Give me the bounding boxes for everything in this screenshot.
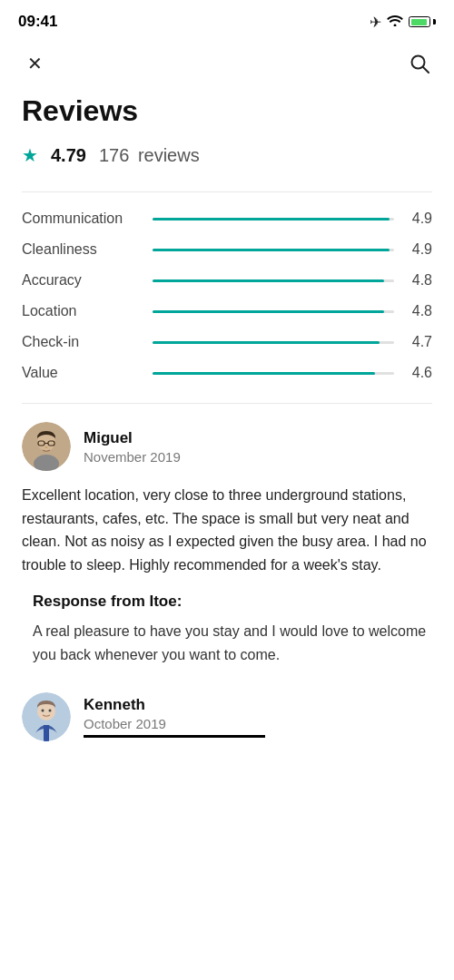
reviewer-info: Miguel November 2019 — [84, 429, 181, 465]
rating-row: Accuracy 4.8 — [22, 272, 432, 289]
rating-row: Cleanliness 4.9 — [22, 241, 432, 258]
status-icons: ✈ — [370, 14, 436, 31]
response-text: A real pleasure to have you stay and I w… — [22, 620, 432, 666]
bar-fill — [153, 310, 384, 313]
bar-container — [153, 249, 394, 251]
rating-row: Value 4.6 — [22, 365, 432, 381]
svg-point-12 — [49, 709, 52, 711]
rating-bars-section: Communication 4.9 Cleanliness 4.9 Accura… — [0, 192, 454, 403]
rating-value: 4.6 — [407, 365, 432, 381]
rating-label: Location — [22, 303, 140, 319]
rating-row: Location 4.8 — [22, 303, 432, 319]
bar-container — [153, 218, 394, 220]
bar-fill — [153, 218, 390, 220]
rating-summary: ★ 4.79 176 reviews — [0, 144, 454, 191]
rating-value: 4.9 — [407, 211, 432, 227]
airplane-icon: ✈ — [370, 14, 381, 31]
bar-fill — [153, 372, 375, 375]
rating-row: Communication 4.9 — [22, 211, 432, 227]
reviewer-name: Miguel — [84, 429, 181, 447]
bar-container — [153, 279, 394, 282]
reviews-section: Miguel November 2019 Excellent location,… — [0, 404, 454, 741]
bar-container — [153, 372, 394, 375]
status-bar: 09:41 ✈ — [0, 0, 454, 40]
close-button[interactable]: ✕ — [18, 47, 51, 80]
rating-value: 4.9 — [407, 241, 432, 258]
page-title: Reviews — [0, 94, 454, 144]
rating-label: Cleanliness — [22, 241, 140, 258]
rating-label: Communication — [22, 211, 140, 227]
status-time: 09:41 — [18, 13, 57, 31]
rating-label: Value — [22, 365, 140, 381]
rating-row: Check-in 4.7 — [22, 334, 432, 350]
svg-point-7 — [45, 446, 48, 448]
reviewer-date: November 2019 — [84, 449, 181, 465]
review-card: Miguel November 2019 Excellent location,… — [22, 422, 432, 667]
reviewer-header: Miguel November 2019 — [22, 422, 432, 471]
kenneth-underline — [84, 735, 265, 738]
reviewer-info: Kenneth October 2019 — [84, 696, 265, 738]
svg-point-11 — [42, 709, 44, 711]
search-button[interactable] — [403, 47, 436, 80]
avatar-miguel — [22, 422, 71, 471]
bar-fill — [153, 249, 390, 251]
rating-value: 4.8 — [407, 303, 432, 319]
rating-label: Check-in — [22, 334, 140, 350]
svg-line-1 — [423, 67, 429, 73]
bar-fill — [153, 279, 384, 282]
overall-rating: 4.79 — [51, 145, 86, 166]
reviewer-header: Kenneth October 2019 — [22, 692, 432, 741]
reviewer-name: Kenneth — [84, 696, 265, 714]
bar-container — [153, 310, 394, 313]
bar-container — [153, 341, 394, 344]
star-icon: ★ — [22, 144, 38, 166]
response-box: Response from Itoe: A real pleasure to h… — [22, 593, 432, 666]
close-icon: ✕ — [27, 53, 43, 74]
wifi-icon — [387, 14, 403, 30]
rating-value: 4.7 — [407, 334, 432, 350]
svg-rect-13 — [44, 725, 49, 741]
avatar-kenneth — [22, 692, 71, 741]
response-title: Response from Itoe: — [22, 593, 432, 611]
search-icon — [410, 54, 429, 74]
rating-label: Accuracy — [22, 272, 140, 289]
bar-fill — [153, 341, 380, 344]
nav-bar: ✕ — [0, 40, 454, 94]
review-text: Excellent location, very close to three … — [22, 484, 432, 576]
reviewer-date: October 2019 — [84, 716, 265, 731]
rating-value: 4.8 — [407, 272, 432, 289]
battery-icon — [409, 16, 436, 27]
review-count-text: 176 reviews — [99, 145, 200, 166]
review-card: Kenneth October 2019 — [22, 692, 432, 741]
